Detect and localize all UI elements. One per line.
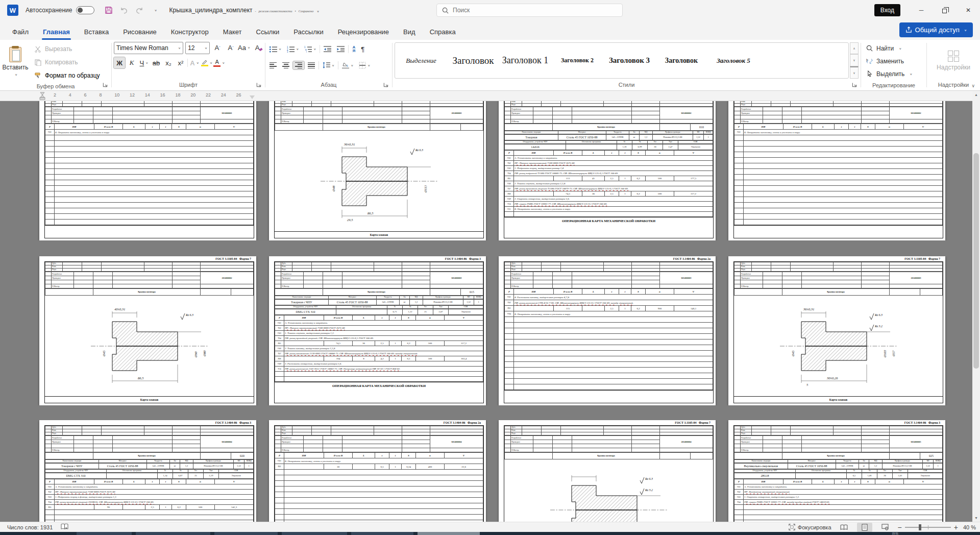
- tab-файл[interactable]: Файл: [5, 23, 36, 40]
- restore-button[interactable]: [933, 0, 957, 20]
- document-page-7[interactable]: ГОСТ 3.1404-86 Форма 2аоооДубл.оооВзам.о…: [499, 256, 716, 405]
- cut-button[interactable]: Вырезать: [32, 43, 102, 55]
- decrease-indent-button[interactable]: [322, 45, 333, 53]
- undo-icon[interactable]: [117, 3, 131, 17]
- collapse-ribbon-button[interactable]: ∨: [971, 83, 975, 88]
- web-layout-button[interactable]: [877, 523, 893, 532]
- align-center-button[interactable]: [280, 61, 291, 69]
- style-item-h5[interactable]: Заголовок 5: [707, 43, 760, 78]
- read-mode-button[interactable]: [837, 523, 852, 532]
- redo-icon[interactable]: [132, 3, 146, 17]
- grow-font-button[interactable]: Aˆ: [212, 42, 223, 53]
- borders-button[interactable]: ∨: [357, 61, 372, 70]
- highlight-color-button[interactable]: ∨: [201, 57, 212, 68]
- subscript-button[interactable]: x₂: [163, 57, 174, 68]
- bullets-button[interactable]: ∨: [267, 45, 283, 54]
- document-page-3[interactable]: ГОСТ 3.1404-86 Форма 3оооДубл.оооВзам.оо…: [499, 101, 716, 240]
- signin-button[interactable]: Вход: [874, 4, 900, 16]
- tab-ссылки[interactable]: Ссылки: [249, 23, 287, 40]
- scroll-up-arrow[interactable]: ▲: [972, 91, 980, 99]
- search-input[interactable]: [453, 7, 606, 14]
- minimize-button[interactable]: ─: [910, 0, 933, 20]
- tab-конструктор[interactable]: Конструктор: [164, 23, 216, 40]
- select-button[interactable]: Выделить∨: [863, 67, 924, 80]
- search-box[interactable]: [436, 4, 623, 17]
- vertical-scrollbar[interactable]: ▲ ▼: [972, 91, 980, 522]
- document-page-4[interactable]: ГОСТ 3.1404-86 Форма 2аоооДубл.оооВзам.о…: [728, 101, 945, 240]
- align-right-button[interactable]: [293, 61, 304, 69]
- increase-indent-button[interactable]: [335, 45, 347, 53]
- document-page-1[interactable]: ГОСТ 3.1404-86 Форма 2аоооДубл.оооВзам.о…: [39, 101, 256, 240]
- underline-button[interactable]: Ч∨: [138, 57, 150, 68]
- numbering-button[interactable]: 123∨: [285, 45, 301, 54]
- font-dialog-launcher[interactable]: [256, 82, 262, 88]
- align-left-button[interactable]: [267, 61, 279, 69]
- document-page-11[interactable]: ГОСТ 3.1105-84 Форма 7оооДубл.оооВзам.оо…: [499, 420, 716, 522]
- share-button[interactable]: Общий доступ∨: [899, 22, 973, 37]
- document-page-10[interactable]: ГОСТ 3.1404-86 Форма 2аоооДубл.оооВзам.о…: [269, 420, 486, 522]
- style-item-h2[interactable]: Заголовок 2: [551, 43, 603, 78]
- shading-button[interactable]: ∨: [340, 61, 355, 70]
- style-item-h1[interactable]: Заголовок 1: [499, 43, 551, 78]
- tab-рисование[interactable]: Рисование: [116, 23, 163, 40]
- italic-button[interactable]: К: [126, 57, 137, 68]
- zoom-level[interactable]: 40 %: [963, 524, 976, 530]
- tab-справка[interactable]: Справка: [423, 23, 463, 40]
- document-page-5[interactable]: ГОСТ 3.1105-84 Форма 7оооДубл.оооВзам.оо…: [39, 256, 256, 405]
- multilevel-list-button[interactable]: 1ai∨: [302, 45, 318, 54]
- bold-button[interactable]: Ж: [114, 57, 125, 68]
- tab-рассылки[interactable]: Рассылки: [286, 23, 330, 40]
- print-layout-button[interactable]: [857, 523, 872, 532]
- format-painter-button[interactable]: Формат по образцу: [32, 69, 102, 82]
- close-button[interactable]: ✕: [957, 0, 980, 20]
- justify-button[interactable]: [306, 61, 317, 69]
- strikethrough-button[interactable]: ab: [151, 57, 162, 68]
- paste-button[interactable]: Вставить∨: [2, 42, 29, 82]
- text-effects-button[interactable]: А∨: [189, 57, 200, 68]
- style-item-title[interactable]: Заголовок: [447, 43, 499, 78]
- zoom-slider-thumb[interactable]: [919, 524, 921, 530]
- line-spacing-button[interactable]: ∨: [321, 61, 336, 69]
- tab-вид[interactable]: Вид: [396, 23, 423, 40]
- pilcrow-button[interactable]: ¶: [359, 44, 366, 54]
- document-page-2[interactable]: ГОСТ 3.1105-84 Форма 7оооДубл.оооВзам.оо…: [269, 101, 486, 240]
- styles-scroll-up-button[interactable]: ∧: [850, 42, 859, 54]
- tab-вставка[interactable]: Вставка: [77, 23, 116, 40]
- styles-scroll-down-button[interactable]: ∨: [850, 54, 859, 66]
- clear-formatting-button[interactable]: А: [252, 42, 263, 53]
- zoom-out-button[interactable]: −: [898, 523, 902, 531]
- zoom-slider-track[interactable]: [905, 527, 951, 528]
- sort-button[interactable]: АЯ: [350, 44, 357, 54]
- document-title[interactable]: Крышка_цилиндра_комплект - режим совмест…: [169, 7, 319, 14]
- tab-рецензирование[interactable]: Рецензирование: [331, 23, 396, 40]
- tab-главная[interactable]: Главная: [36, 23, 77, 40]
- document-page-9[interactable]: ГОСТ 3.1404-86 Форма 3оооДубл.оооВзам.оо…: [39, 420, 256, 522]
- windows-taskbar-strip[interactable]: 15:51: [0, 532, 980, 535]
- tab-макет[interactable]: Макет: [216, 23, 249, 40]
- scrollbar-thumb[interactable]: [973, 153, 979, 369]
- replace-button[interactable]: bc Заменить: [863, 55, 924, 67]
- quick-access-customize-icon[interactable]: ∨: [148, 3, 162, 17]
- paragraph-dialog-launcher[interactable]: [383, 82, 389, 88]
- addins-button[interactable]: Надстройки: [932, 42, 975, 79]
- right-indent-marker[interactable]: [250, 95, 255, 99]
- shrink-font-button[interactable]: Aˇ: [225, 42, 236, 53]
- styles-dialog-launcher[interactable]: [851, 82, 857, 88]
- find-button[interactable]: Найти∨: [863, 42, 924, 55]
- scroll-down-arrow[interactable]: ▼: [972, 514, 980, 522]
- font-family-select[interactable]: Times New Roman∨: [114, 42, 183, 54]
- style-item-h4[interactable]: Заголовок: [655, 43, 707, 78]
- clipboard-dialog-launcher[interactable]: [102, 82, 108, 88]
- horizontal-ruler[interactable]: 2468101214161820222426: [0, 91, 980, 101]
- save-icon[interactable]: [102, 3, 116, 17]
- autosave-toggle[interactable]: [76, 6, 94, 14]
- font-color-button[interactable]: А∨: [213, 57, 225, 68]
- document-page-6[interactable]: ГОСТ 3.1404-86 Форма 3оооДубл.оооВзам.оо…: [269, 256, 486, 405]
- zoom-in-button[interactable]: +: [954, 523, 958, 531]
- copy-button[interactable]: Копировать: [32, 56, 102, 68]
- font-size-select[interactable]: 12∨: [185, 42, 210, 54]
- indent-markers[interactable]: [39, 92, 46, 100]
- change-case-button[interactable]: Aa∨: [238, 42, 250, 53]
- style-item-h3[interactable]: Заголовок 3: [603, 43, 655, 78]
- word-count[interactable]: Число слов: 1931: [7, 524, 53, 530]
